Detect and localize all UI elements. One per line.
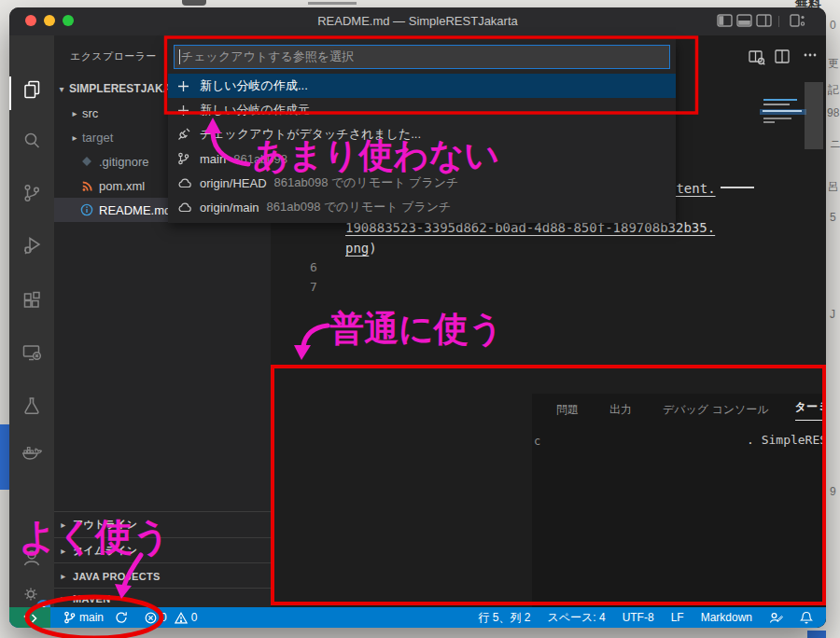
cloud-icon [177,202,200,213]
split-editor-icon[interactable] [775,49,790,67]
text-caret [179,49,180,64]
section-outline[interactable]: ▸ アウトライン [54,511,271,537]
quick-pick-input[interactable]: チェックアウトする参照を選択 [174,45,670,69]
tab-debug-console[interactable]: デバッグ コンソール [663,402,769,418]
run-debug-icon[interactable] [9,223,54,268]
customize-layout-icon[interactable] [790,14,805,31]
active-indicator [9,76,11,110]
quickpick-item-create-branch[interactable]: 新しい分岐の作成... [168,74,676,98]
toggle-panel-icon[interactable] [736,14,752,31]
quickpick-item-origin-main[interactable]: origin/main 861ab098 でのリモート ブランチ [168,195,676,219]
cloud-icon [177,178,200,188]
activity-bar [9,35,54,607]
window-title: README.md — SimpleRESTJakarta [9,14,826,28]
sidebar-title: エクスプローラー [70,49,157,63]
git-branch-icon [177,152,200,165]
search-icon[interactable] [9,118,54,163]
more-actions-icon[interactable] [803,48,818,66]
markdown-preview-icon[interactable] [749,49,765,69]
remote-icon [23,612,37,623]
chevron-right-icon: ▸ [54,546,73,556]
language-mode[interactable]: Markdown [701,611,752,624]
bg-blue-strip [0,424,9,490]
sync-icon[interactable] [115,611,128,624]
bg-blue-chip [807,631,826,638]
quick-pick-placeholder: チェックアウトする参照を選択 [181,49,354,65]
remote-indicator-button[interactable] [9,607,50,628]
problems-status-item[interactable]: 0 0 [145,611,197,624]
section-maven[interactable]: ▸ MAVEN [54,588,271,608]
add-icon [177,104,200,117]
warning-count: 0 [191,611,198,624]
tab-terminal[interactable]: ターミナル [795,399,826,421]
testing-beaker-icon[interactable] [9,383,54,428]
editor-scrollbar[interactable] [805,82,823,149]
add-icon [177,80,200,92]
gitignore-file-icon [78,156,95,167]
vscode-window: README.md — SimpleRESTJakarta [9,7,826,628]
section-java-projects[interactable]: ▸ JAVA PROJECTS [54,562,271,589]
quickpick-item-checkout-detached[interactable]: チェックアウトがデタッチされました... [168,122,676,146]
branch-name: main [79,611,104,624]
explorer-icon[interactable] [9,67,54,112]
toggle-sidebar-icon[interactable] [717,14,733,31]
chevron-right-icon: ▸ [67,108,82,118]
remote-explorer-icon[interactable] [9,330,54,375]
bg-blob [182,0,206,6]
docker-icon[interactable] [9,431,54,476]
line-number: 6 [310,260,317,274]
tab-problems[interactable]: 問題 [556,402,579,418]
editor-line5-end: png) [345,241,377,256]
encoding[interactable]: UTF-8 [623,611,654,624]
quickpick-item-origin-head[interactable]: origin/HEAD 861ab098 でのリモート ブランチ [168,171,676,195]
debug-disconnect-icon [177,128,200,141]
cursor-position[interactable]: 行 5、列 2 [478,610,530,626]
toggle-secondary-sidebar-icon[interactable] [756,14,772,31]
quick-pick-widget: チェックアウトする参照を選択 新しい分岐の作成... 新しい分岐の作成元... … [168,39,676,223]
chevron-down-icon: ▾ [54,84,69,94]
git-branch-icon [63,611,76,624]
quickpick-item-main[interactable]: main 861ab098 [168,146,676,171]
extensions-icon[interactable] [9,279,54,324]
eol-sequence[interactable]: LF [671,611,684,624]
chevron-right-icon: ▸ [67,132,82,143]
error-count: 0 [161,611,167,624]
bottom-panel: 問題 出力 デバッグ コンソール ターミナル zsh [532,394,826,628]
chevron-right-icon: ▸ [54,593,73,603]
status-bar: main 0 0 行 5、列 2 スペース: 4 UTF-8 LF Markdo… [9,607,826,628]
title-bar[interactable]: README.md — SimpleRESTJakarta [9,7,826,35]
branch-status-item[interactable]: main [63,611,128,624]
section-timeline[interactable]: ▸ タイムライン [54,537,271,563]
quickpick-item-create-branch-from[interactable]: 新しい分岐の作成元... [168,98,676,122]
titlebar-divider [778,16,779,27]
terminal-prompt[interactable]: . SimpleRESTJakarta % [747,433,826,447]
line-number: 7 [310,280,317,294]
tab-output[interactable]: 出力 [609,402,632,418]
bg-line [308,2,357,5]
chevron-right-icon: ▸ [54,571,73,581]
notifications-bell-icon[interactable] [800,611,813,624]
warnings-icon [175,612,188,624]
info-file-icon [78,203,95,216]
terminal-text-fragment: c [534,435,540,448]
feedback-icon[interactable] [769,612,783,624]
chevron-right-icon: ▸ [54,520,73,530]
xml-file-icon [78,180,95,192]
source-control-icon[interactable] [9,171,54,215]
errors-icon [145,612,157,624]
panel-tab-bar: 問題 出力 デバッグ コンソール ターミナル zsh [532,394,826,425]
link-underline-fragment [721,187,754,188]
indentation[interactable]: スペース: 4 [547,610,605,626]
